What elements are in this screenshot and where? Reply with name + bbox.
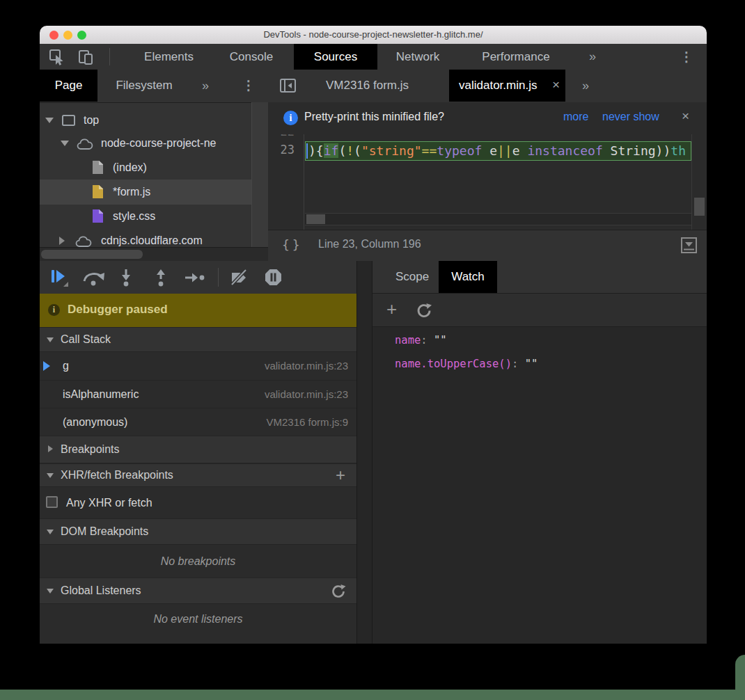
device-toolbar-icon[interactable] (76, 47, 95, 70)
page-behind-right-edge (735, 655, 745, 700)
screenshot-canvas: DevTools - node-course-project-newslette… (0, 0, 745, 700)
devtools-kebab-menu-icon[interactable]: ⋮ (675, 44, 698, 70)
current-token-highlight: if (324, 143, 339, 158)
current-frame-arrow-icon (43, 361, 50, 371)
editor-tab-label: validator.min.js (459, 70, 537, 102)
resume-script-button[interactable] (49, 268, 70, 289)
infobar-close-icon[interactable]: × (682, 109, 689, 124)
tree-item-form-js[interactable]: *form.js (40, 180, 251, 205)
devtools-window: DevTools - node-course-project-newslette… (40, 26, 707, 689)
watch-expression-name[interactable]: name: "" (395, 334, 447, 347)
section-title: XHR/fetch Breakpoints (61, 464, 173, 486)
tab-sources[interactable]: Sources (294, 44, 377, 70)
cursor-position-label: Line 23, Column 196 (318, 238, 421, 250)
scrollbar-thumb[interactable] (306, 214, 325, 224)
any-xhr-row[interactable]: Any XHR or fetch (40, 487, 356, 518)
paused-label: Debugger paused (68, 303, 168, 317)
debugger-paused-banner: i Debugger paused (40, 294, 356, 327)
section-title: DOM Breakpoints (61, 519, 148, 544)
step-into-button[interactable] (117, 268, 135, 287)
any-xhr-checkbox[interactable] (46, 496, 58, 508)
dom-breakpoints-empty: No breakpoints (40, 545, 356, 578)
expand-arrow-icon[interactable] (61, 141, 69, 146)
pretty-print-more-link[interactable]: more (563, 111, 588, 123)
page-behind-bottom-edge (0, 690, 745, 700)
step-over-button[interactable] (81, 269, 107, 287)
document-file-icon (93, 161, 103, 174)
call-stack-frame-isalphanumeric[interactable]: isAlphanumeric validator.min.js:23 (40, 380, 356, 408)
global-listeners-header[interactable]: Global Listeners (40, 578, 356, 604)
tab-elements[interactable]: Elements (129, 44, 209, 70)
tab-network[interactable]: Network (379, 44, 456, 70)
tab-performance[interactable]: Performance (464, 44, 567, 70)
tree-item-cdnjs[interactable]: cdnjs.cloudflare.com (40, 228, 251, 247)
script-file-icon (93, 185, 103, 198)
dom-breakpoints-header[interactable]: DOM Breakpoints (40, 518, 356, 545)
tree-vertical-scrollbar[interactable] (251, 102, 268, 247)
stylesheet-file-icon (93, 209, 103, 223)
section-collapsed-icon (48, 445, 53, 452)
step-button[interactable] (184, 269, 207, 286)
editor-horizontal-scrollbar[interactable] (305, 213, 691, 225)
tab-page[interactable]: Page (40, 70, 97, 102)
close-tab-icon[interactable]: × (552, 70, 560, 102)
editor-tab-validator[interactable]: validator.min.js × (449, 70, 565, 102)
frame-function-name: isAlphanumeric (63, 381, 139, 408)
tab-filesystem[interactable]: Filesystem (106, 70, 182, 102)
expand-arrow-icon[interactable] (45, 118, 54, 123)
call-stack-header[interactable]: Call Stack (40, 327, 356, 352)
tab-watch[interactable]: Watch (439, 261, 497, 293)
inspect-icon[interactable] (48, 48, 66, 69)
call-stack-frame-anonymous[interactable]: (anonymous) VM2316 form.js:9 (40, 408, 356, 436)
tree-item-label: node-course-project-ne (101, 131, 216, 156)
frame-location: validator.min.js:23 (265, 381, 348, 408)
navigator-more-tabs-chevron-icon[interactable]: » (193, 70, 218, 102)
scrollbar-thumb[interactable] (694, 198, 705, 216)
scrollbar-thumb[interactable] (41, 250, 143, 259)
tree-item-domain[interactable]: node-course-project-ne (40, 131, 251, 156)
tab-console[interactable]: Console (212, 44, 290, 70)
refresh-watch-icon[interactable] (416, 302, 433, 322)
frame-function-name: (anonymous) (63, 408, 127, 436)
section-title: Breakpoints (61, 436, 120, 463)
debugger-sidebar-scrollbar[interactable] (356, 261, 372, 644)
watch-expression-touppercase[interactable]: name.toUpperCase(): "" (395, 358, 538, 370)
editor-vertical-scrollbar[interactable] (691, 134, 707, 230)
infobar-message: Pretty-print this minified file? (304, 111, 444, 123)
tab-scope[interactable]: Scope (385, 261, 439, 293)
watch-pane: Scope Watch + name: "" name.toUpperCase(… (372, 261, 707, 644)
debugger-toolbar-separator (218, 268, 219, 287)
line-number-23: 23 (268, 143, 295, 157)
text-caret (306, 143, 308, 159)
breakpoints-header[interactable]: Breakpoints (40, 436, 356, 463)
toggle-navigator-icon[interactable] (279, 78, 297, 96)
navigator-kebab-menu-icon[interactable]: ⋮ (237, 70, 260, 102)
section-expand-icon (47, 473, 54, 478)
section-title: Call Stack (61, 328, 111, 351)
tree-item-style-css[interactable]: style.css (40, 204, 251, 229)
tree-item-label: top (84, 108, 99, 133)
editor-more-tabs-chevron-icon[interactable]: » (573, 70, 598, 102)
call-stack-frame-g[interactable]: g validator.min.js:23 (40, 352, 356, 380)
pretty-print-icon[interactable]: {} (282, 237, 303, 252)
never-show-link[interactable]: never show (602, 111, 659, 123)
file-tree: top node-course-project-ne (index) *form… (40, 102, 268, 247)
step-out-button[interactable] (152, 268, 170, 287)
tree-item-index[interactable]: (index) (40, 155, 251, 180)
add-watch-expression-icon[interactable]: + (386, 299, 397, 320)
xhr-breakpoints-header[interactable]: XHR/fetch Breakpoints + (40, 463, 356, 487)
pause-on-exceptions-button[interactable] (264, 268, 283, 287)
code-editor[interactable]: 22 23 ){if(!("string"==typeof e||e insta… (268, 134, 707, 230)
collapsed-arrow-icon[interactable] (59, 237, 65, 245)
more-tabs-chevron-icon[interactable]: » (580, 44, 605, 70)
tree-horizontal-scrollbar[interactable] (40, 247, 268, 261)
editor-tabbar: VM2316 form.js validator.min.js × » (268, 70, 707, 103)
add-xhr-breakpoint-icon[interactable]: + (336, 464, 345, 486)
watch-tabbar: Scope Watch (372, 261, 707, 294)
deactivate-breakpoints-button[interactable] (229, 269, 250, 287)
editor-tab-form-js[interactable]: VM2316 form.js (306, 70, 428, 102)
tree-item-top[interactable]: top (40, 108, 251, 133)
source-order-icon[interactable] (680, 237, 698, 257)
tree-item-label: *form.js (113, 180, 150, 205)
navigator-tabbar: Page Filesystem » ⋮ (40, 70, 268, 103)
